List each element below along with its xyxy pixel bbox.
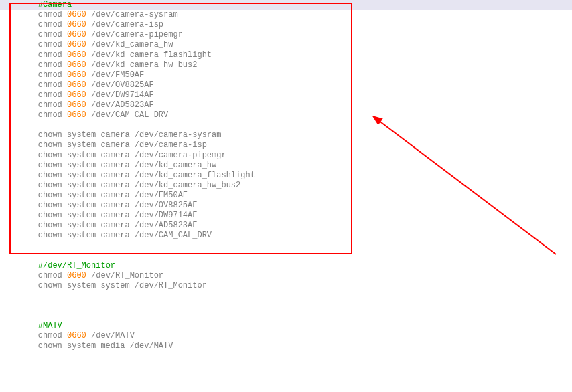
code-line: chmod 0660 /dev/OV8825AF	[19, 80, 572, 90]
comment-text: #MATV	[38, 321, 62, 330]
code-line-comment: #MATV	[19, 321, 572, 331]
code-line: chown system camera /dev/camera-sysram	[19, 130, 572, 140]
code-line: chmod 0660 /dev/MATV	[19, 331, 572, 341]
code-line: chown system camera /dev/kd_camera_hw	[19, 161, 572, 171]
code-line: chmod 0660 /dev/camera-isp	[19, 20, 572, 30]
code-line: chown system camera /dev/kd_camera_flash…	[19, 171, 572, 181]
code-line: chown system camera /dev/AD5823AF	[19, 221, 572, 231]
code-line: chown system camera /dev/camera-pipemgr	[19, 151, 572, 161]
code-line: chown system camera /dev/CAM_CAL_DRV	[19, 231, 572, 241]
code-line: chown system camera /dev/camera-isp	[19, 140, 572, 151]
code-line-comment: #Camera	[0, 0, 572, 10]
code-editor[interactable]: #Camera chmod 0660 /dev/camera-sysram ch…	[0, 0, 572, 351]
code-line: chown system camera /dev/DW9714AF	[19, 211, 572, 221]
code-line: chmod 0660 /dev/DW9714AF	[19, 90, 572, 100]
code-line-comment: #/dev/RT_Monitor	[19, 261, 572, 271]
code-line: chmod 0600 /dev/RT_Monitor	[19, 271, 572, 281]
code-line: chmod 0660 /dev/FM50AF	[19, 70, 572, 80]
blank-line	[19, 301, 572, 311]
code-line: chmod 0660 /dev/CAM_CAL_DRV	[19, 110, 572, 120]
code-line: chown system camera /dev/OV8825AF	[19, 201, 572, 211]
blank-line	[19, 311, 572, 321]
code-line: chmod 0660 /dev/kd_camera_hw_bus2	[19, 60, 572, 70]
blank-line	[19, 251, 572, 261]
blank-line	[19, 291, 572, 301]
code-line: chown system system /dev/RT_Monitor	[19, 281, 572, 291]
code-line: chmod 0660 /dev/AD5823AF	[19, 100, 572, 110]
blank-line	[19, 120, 572, 130]
code-line: chown system camera /dev/FM50AF	[19, 191, 572, 201]
code-line: chown system media /dev/MATV	[19, 341, 572, 351]
code-line: chown system camera /dev/kd_camera_hw_bu…	[19, 181, 572, 191]
comment-text: #/dev/RT_Monitor	[38, 261, 115, 270]
code-line: chmod 0660 /dev/camera-sysram	[19, 10, 572, 20]
blank-line	[19, 241, 572, 251]
code-line: chmod 0660 /dev/camera-pipemgr	[19, 30, 572, 40]
comment-text: #Camera	[38, 0, 72, 9]
text-caret	[72, 1, 72, 9]
code-line: chmod 0660 /dev/kd_camera_flashlight	[19, 50, 572, 60]
code-line: chmod 0660 /dev/kd_camera_hw	[19, 40, 572, 50]
